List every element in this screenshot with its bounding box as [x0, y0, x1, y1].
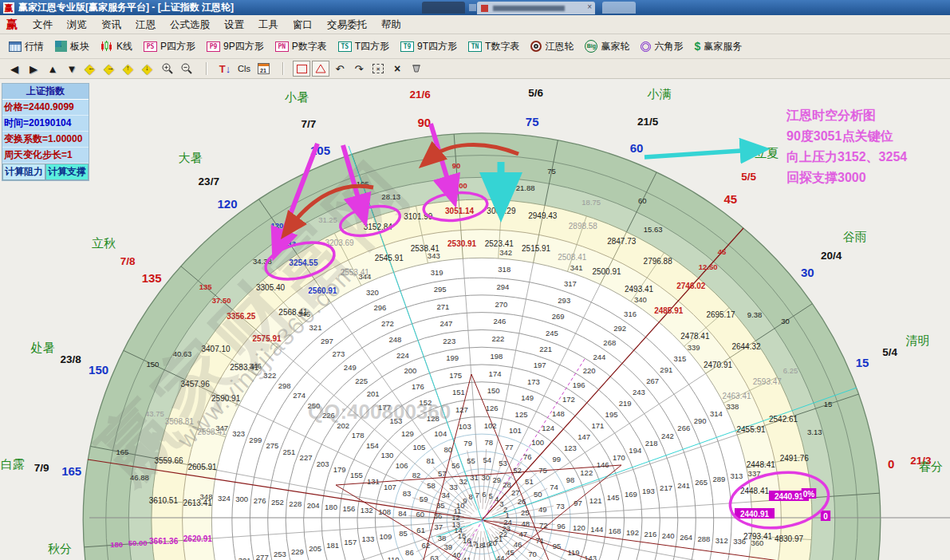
menu-item-窗口[interactable]: 窗口	[286, 18, 320, 32]
panel-button-计算支撑[interactable]: 计算支撑	[45, 164, 89, 180]
separator	[274, 61, 291, 77]
marquee-tool-button[interactable]: ×	[369, 61, 387, 77]
panel-button-计算阻力[interactable]: 计算阻力	[2, 164, 45, 180]
spiral-number: 25	[521, 508, 530, 517]
gann-wheel-workspace[interactable]: 1234567891011121314151617181920212223242…	[0, 79, 950, 560]
toolbar-button-label: 赢家服务	[704, 40, 742, 53]
degree-ring-label: 120	[270, 221, 283, 230]
toolbar-button-T数字表[interactable]: TNT数字表	[463, 37, 525, 56]
menu-item-浏览[interactable]: 浏览	[60, 18, 94, 32]
winner-wheel-icon: Big	[585, 40, 597, 53]
wheel-spoke	[430, 537, 478, 560]
toolbar-button-行情[interactable]: 行情	[3, 37, 49, 56]
spiral-number: 172	[562, 395, 575, 404]
tab-close-icon[interactable]: ×	[587, 2, 592, 11]
spiral-number: 6	[482, 490, 486, 499]
toolbar-button-江恩轮[interactable]: 江恩轮	[525, 37, 579, 56]
menu-item-公式选股[interactable]: 公式选股	[163, 18, 217, 32]
wheel-ring	[152, 199, 812, 560]
wheel-spoke	[487, 530, 514, 560]
wheel-spoke	[412, 498, 471, 517]
toolbar-button-P数字表[interactable]: PNP数字表	[270, 37, 333, 56]
degree-ring-label: 90	[452, 161, 461, 170]
zoom-out-button[interactable]	[178, 61, 195, 77]
percent-ring-label: 6.25	[783, 366, 798, 375]
spiral-number: 181	[326, 541, 339, 550]
percent-ring-label: 15.63	[644, 225, 663, 234]
nav-right-button[interactable]: ▶	[25, 61, 42, 77]
menu-item-资讯[interactable]: 资讯	[94, 18, 128, 32]
cross-tool-button[interactable]: ×	[388, 61, 406, 77]
wheel-ring	[393, 434, 570, 560]
shift-tool-button[interactable]: T↓	[216, 61, 234, 77]
wheel-star-line	[336, 485, 578, 560]
spiral-number: 122	[580, 468, 593, 477]
cls-button[interactable]: Cls	[235, 61, 253, 77]
ps-square-icon: PS	[144, 41, 157, 52]
spiral-number: 224	[396, 351, 409, 360]
spiral-number: 294	[496, 282, 509, 291]
toolbar-button-赢家服务[interactable]: $赢家服务	[688, 37, 747, 56]
zoom-in-button[interactable]	[159, 61, 176, 77]
toolbar-button-P四方形[interactable]: PSP四方形	[138, 37, 201, 56]
menu-item-交易委托[interactable]: 交易委托	[320, 18, 374, 32]
spiral-number: 47	[518, 530, 527, 538]
price-inner-label: 2590.91	[211, 394, 241, 403]
rotate-ccw-button[interactable]: ↶	[331, 61, 349, 77]
toolbar-button-板块[interactable]: 板块	[49, 37, 95, 56]
menu-item-文件[interactable]: 文件	[26, 18, 60, 32]
toolbar-button-六角形[interactable]: 六角形	[635, 37, 688, 56]
background-window-tab[interactable]: ×	[477, 2, 595, 14]
nav-up-button[interactable]: ▲	[44, 61, 61, 77]
price-outer-label: 2847.73	[607, 237, 637, 246]
toolbar-button-T四方形[interactable]: TST四方形	[333, 37, 395, 56]
rect-tool-button[interactable]	[293, 61, 310, 77]
p9-square-icon: P9	[207, 41, 220, 52]
spiral-number: 292	[613, 324, 626, 333]
tab-close-icon[interactable]	[469, 4, 476, 11]
rotate-right-button[interactable]: ◆→	[101, 61, 119, 77]
rotate-cw-button[interactable]: ↷	[350, 61, 368, 77]
menu-item-工具[interactable]: 工具	[251, 18, 286, 32]
solar-term-label: 谷雨	[843, 230, 867, 243]
wheel-spoke	[499, 200, 503, 258]
wheel-spoke	[239, 405, 466, 513]
triangle-tool-button[interactable]	[312, 61, 329, 77]
spiral-number: 225	[355, 377, 368, 385]
toolbar-button-赢家轮[interactable]: Big赢家轮	[579, 37, 635, 56]
menu-item-江恩[interactable]: 江恩	[128, 18, 163, 32]
menu-item-设置[interactable]: 设置	[217, 18, 251, 32]
toolbar-button-9T四方形[interactable]: T99T四方形	[395, 37, 463, 56]
rotate-left-button[interactable]: ◆←	[82, 61, 100, 77]
spiral-number: 62	[421, 541, 430, 550]
spiral-number: 247	[440, 319, 452, 328]
menu-item-帮助[interactable]: 帮助	[374, 18, 408, 32]
calendar-button[interactable]: 21	[254, 61, 272, 77]
spiral-number: 228	[289, 499, 302, 508]
background-window-tab[interactable]	[422, 2, 465, 14]
background-window-tab[interactable]	[602, 2, 636, 14]
nav-down-button[interactable]: ▼	[63, 61, 81, 77]
toolbar-button-label: P数字表	[292, 40, 327, 53]
clear-tool-button[interactable]	[408, 61, 425, 77]
toolbar-button-label: 江恩轮	[545, 40, 574, 53]
wheel-ring	[183, 230, 782, 560]
spiral-number: 59	[420, 495, 428, 503]
solar-term-label: 小暑	[284, 90, 309, 104]
toolbar-button-K线[interactable]: K线	[95, 37, 138, 56]
price-inner-label: 2478.41	[680, 332, 710, 341]
spiral-number: 196	[573, 381, 585, 389]
nav-left-button[interactable]: ◀	[6, 61, 23, 77]
spiral-number: 314	[710, 409, 723, 418]
toolbar-button-9P四方形[interactable]: P99P四方形	[201, 37, 270, 56]
wheel-spoke	[495, 531, 686, 560]
price-outer-label: 3254.55	[289, 258, 318, 267]
wheel-spoke	[408, 516, 470, 520]
spiral-number: 84	[398, 509, 407, 518]
candlestick-icon	[101, 41, 113, 52]
shrink-button[interactable]: ◆↓	[140, 61, 157, 77]
wheel-spoke	[232, 310, 278, 348]
spiral-number: 33	[449, 483, 458, 491]
price-outer-label: 2796.88	[644, 257, 673, 266]
expand-button[interactable]: ◆↑	[120, 61, 138, 77]
